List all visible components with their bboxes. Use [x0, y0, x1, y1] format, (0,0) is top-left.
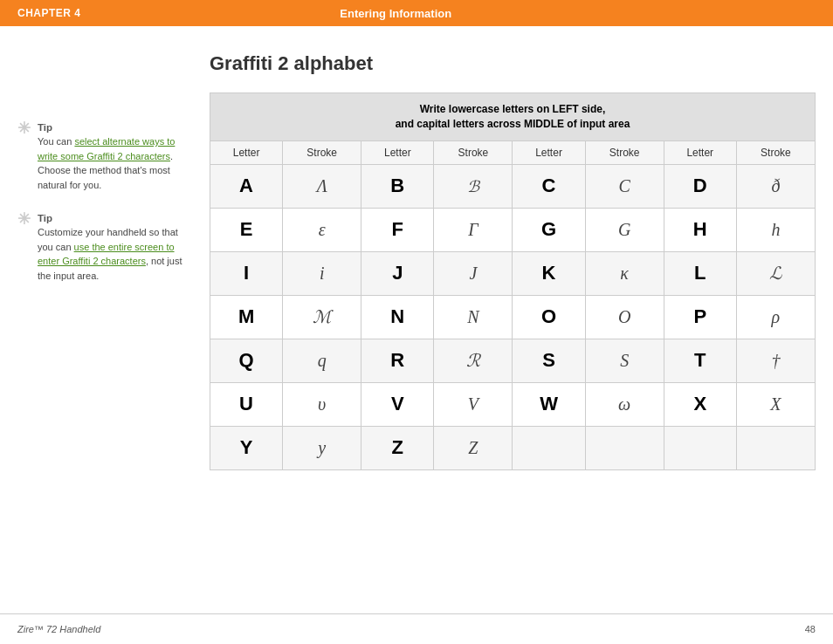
cell-J-stroke: J — [434, 251, 513, 295]
cell-U-letter: U — [210, 382, 283, 426]
cell-W-letter: W — [513, 382, 585, 426]
tip-1-content: Tip You can select alternate ways to wri… — [38, 122, 192, 192]
cell-G-letter: G — [513, 208, 585, 251]
tip-asterisk-1: ✳ — [17, 120, 31, 192]
sidebar: ✳ Tip You can select alternate ways to w… — [17, 52, 192, 470]
table-row-5: Q q R ℛ S S T † — [210, 339, 816, 382]
cell-F-stroke: Γ — [434, 208, 513, 251]
tip-1-text: You can select alternate ways to write s… — [38, 134, 192, 192]
cell-Z-letter: Z — [361, 426, 434, 469]
cell-H-stroke: h — [736, 208, 815, 251]
main-content: ✳ Tip You can select alternate ways to w… — [0, 26, 833, 488]
tip-asterisk-2: ✳ — [17, 211, 31, 283]
cell-C-letter: C — [513, 164, 585, 208]
footer-page: 48 — [805, 624, 816, 634]
cell-U-stroke: υ — [283, 382, 361, 426]
cell-P-letter: P — [664, 295, 736, 339]
cell-P-stroke: ρ — [736, 295, 815, 339]
cell-V-stroke: V — [434, 382, 513, 426]
cell-empty-3 — [664, 426, 736, 469]
cell-M-letter: M — [210, 295, 283, 339]
col-header-letter3: Letter — [513, 140, 585, 164]
cell-Q-letter: Q — [210, 339, 283, 382]
footer: Zire™ 72 Handheld 48 — [0, 613, 833, 644]
cell-K-stroke: κ — [585, 251, 664, 295]
table-header-line2: and capital letters across MIDDLE of inp… — [396, 118, 630, 130]
col-header-letter1: Letter — [210, 140, 283, 164]
cell-J-letter: J — [361, 251, 434, 295]
cell-B-letter: B — [361, 164, 434, 208]
cell-C-stroke: C — [585, 164, 664, 208]
table-row-7: Y y Z Z — [210, 426, 816, 469]
tip-2-label: Tip — [38, 213, 192, 223]
table-row-2: E ε F Γ G G H h — [210, 208, 816, 251]
cell-R-stroke: ℛ — [434, 339, 513, 382]
header-bar: CHAPTER 4 Entering Information — [0, 0, 833, 26]
cell-L-stroke: ℒ — [736, 251, 815, 295]
cell-empty-1 — [513, 426, 585, 469]
cell-T-letter: T — [664, 339, 736, 382]
cell-M-stroke: ℳ — [283, 295, 361, 339]
table-row-4: M ℳ N Ν O O P ρ — [210, 295, 816, 339]
cell-W-stroke: ω — [585, 382, 664, 426]
cell-S-stroke: S — [585, 339, 664, 382]
cell-N-letter: N — [361, 295, 434, 339]
footer-brand-text: Zire™ 72 Handheld — [17, 624, 100, 634]
cell-X-letter: X — [664, 382, 736, 426]
cell-empty-2 — [585, 426, 664, 469]
cell-S-letter: S — [513, 339, 585, 382]
tip-2-content: Tip Customize your handheld so that you … — [38, 213, 192, 283]
cell-O-stroke: O — [585, 295, 664, 339]
header-chapter: CHAPTER 4 — [17, 7, 81, 19]
cell-D-stroke: ð — [736, 164, 815, 208]
footer-right: 48 — [805, 624, 816, 634]
tip-2-text: Customize your handheld so that you can … — [38, 225, 192, 283]
cell-T-stroke: † — [736, 339, 815, 382]
cell-N-stroke: Ν — [434, 295, 513, 339]
cell-V-letter: V — [361, 382, 434, 426]
tip-1-label: Tip — [38, 122, 192, 133]
header-title: Entering Information — [340, 7, 451, 20]
cell-G-stroke: G — [585, 208, 664, 251]
table-row-1: A Λ B ℬ C C D ð — [210, 164, 816, 208]
cell-A-stroke: Λ — [283, 164, 361, 208]
cell-Z-stroke: Z — [434, 426, 513, 469]
cell-empty-4 — [736, 426, 815, 469]
footer-left: Zire™ 72 Handheld — [17, 624, 805, 634]
col-header-stroke1: Stroke — [283, 140, 361, 164]
col-header-letter4: Letter — [664, 140, 736, 164]
cell-R-letter: R — [361, 339, 434, 382]
section-title: Graffiti 2 alphabet — [210, 52, 816, 75]
table-row-6: U υ V V W ω X X — [210, 382, 816, 426]
cell-L-letter: L — [664, 251, 736, 295]
tip-2-link[interactable]: use the entire screen to enter Graffiti … — [38, 242, 175, 267]
tip-1-link[interactable]: select alternate ways to write some Graf… — [38, 136, 175, 161]
cell-E-stroke: ε — [283, 208, 361, 251]
cell-Y-letter: Y — [210, 426, 283, 469]
cell-X-stroke: X — [736, 382, 815, 426]
cell-K-letter: K — [513, 251, 585, 295]
cell-Y-stroke: y — [283, 426, 361, 469]
footer-brand: Zire™ 72 Handheld — [17, 624, 100, 634]
cell-I-letter: I — [210, 251, 283, 295]
tip-1: ✳ Tip You can select alternate ways to w… — [17, 122, 192, 192]
col-header-stroke3: Stroke — [585, 140, 664, 164]
table-header-row: Write lowercase letters on LEFT side, an… — [210, 93, 816, 141]
cell-H-letter: H — [664, 208, 736, 251]
cell-O-letter: O — [513, 295, 585, 339]
right-content: Graffiti 2 alphabet Write lowercase lett… — [210, 52, 816, 470]
cell-Q-stroke: q — [283, 339, 361, 382]
col-header-stroke4: Stroke — [736, 140, 815, 164]
alphabet-table: Write lowercase letters on LEFT side, an… — [210, 92, 816, 470]
table-row-3: I i J J K κ L ℒ — [210, 251, 816, 295]
tip-2: ✳ Tip Customize your handheld so that yo… — [17, 213, 192, 283]
col-header-stroke2: Stroke — [434, 140, 513, 164]
col-header-row: Letter Stroke Letter Stroke Letter Strok… — [210, 140, 816, 164]
cell-F-letter: F — [361, 208, 434, 251]
table-header-line1: Write lowercase letters on LEFT side, — [420, 103, 606, 115]
table-header-cell: Write lowercase letters on LEFT side, an… — [210, 93, 816, 141]
cell-B-stroke: ℬ — [434, 164, 513, 208]
cell-E-letter: E — [210, 208, 283, 251]
cell-D-letter: D — [664, 164, 736, 208]
cell-A-letter: A — [210, 164, 283, 208]
